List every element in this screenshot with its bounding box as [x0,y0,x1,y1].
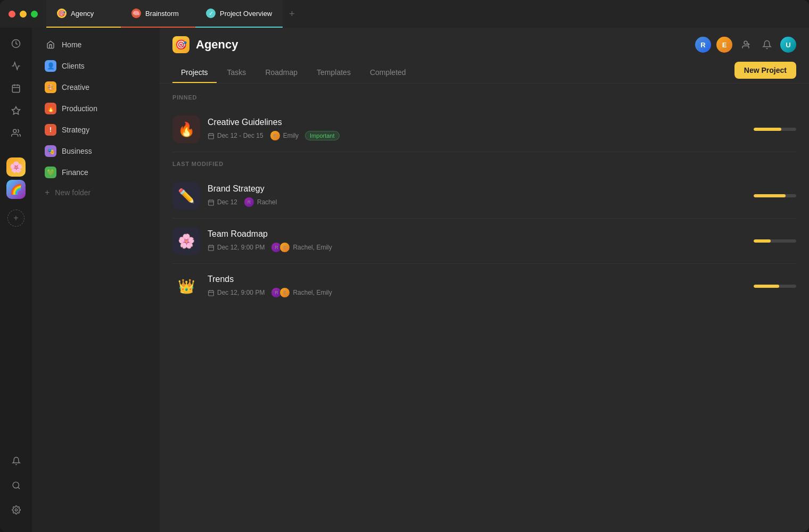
tab-completed[interactable]: Completed [361,63,415,83]
clients-icon: 👤 [45,60,56,72]
notifications-bell-icon[interactable] [759,37,775,53]
progress-fill [754,194,786,197]
assignee-names-team-roadmap: Rachel, Emily [293,244,332,251]
tracker-icon-btn[interactable] [6,56,26,76]
sidebar-item-clients[interactable]: 👤 Clients [36,56,155,76]
sidebar-item-creative[interactable]: 🎨 Creative [36,77,155,97]
assignee-avatars-team-roadmap: R E [271,242,290,253]
add-member-icon[interactable] [738,37,754,53]
assignee-avatars-creative-guidelines: E [270,130,280,141]
tab-projects[interactable]: Projects [172,63,217,83]
tab-brainstorm-icon: 🧠 [131,9,141,18]
meta-assignees-team-roadmap: R E Rachel, Emily [271,242,332,253]
content-title: Agency [196,38,238,52]
svg-line-8 [18,487,19,488]
meta-date-team-roadmap: Dec 12, 9:00 PM [208,244,265,251]
sidebar-item-finance[interactable]: 💚 Finance [36,162,155,182]
tag-important: Important [305,131,339,140]
tab-agency-icon: 🎯 [57,9,67,18]
svg-marker-5 [12,107,20,114]
sidebar-item-production[interactable]: 🔥 Production [36,98,155,119]
project-meta-trends: Dec 12, 9:00 PM R E Rachel, Emily [208,287,796,298]
search-icon-btn[interactable] [6,476,26,495]
assignee-emily-2: E [279,242,290,253]
svg-point-10 [744,41,747,44]
sidebar-item-business[interactable]: 🎭 Business [36,141,155,161]
tab-overview-icon: ✓ [206,9,216,18]
meta-assignees-brand-strategy: R Rachel [244,197,277,207]
new-folder-button[interactable]: + New folder [36,184,155,202]
svg-rect-13 [209,134,214,139]
calendar-icon-btn[interactable] [6,79,26,98]
tab-brainstorm-label: Brainstorm [145,10,179,18]
date-trends: Dec 12, 9:00 PM [217,289,265,296]
settings-icon-btn[interactable] [6,500,26,519]
favorites-icon-btn[interactable] [6,101,26,120]
meta-date-creative-guidelines: Dec 12 - Dec 15 [208,132,263,139]
activity-icon-btn[interactable] [6,34,26,53]
progress-track [754,128,796,131]
avatar-rachel[interactable]: R [695,37,711,53]
project-info-brand-strategy: Brand Strategy Dec 12 R Rachel [208,184,796,207]
add-workspace-button[interactable]: + [7,210,24,227]
content-area: 🎯 Agency R E U Projects [160,28,809,532]
sidebar-item-home[interactable]: Home [36,35,155,55]
tab-roadmap[interactable]: Roadmap [257,63,306,83]
content-header: 🎯 Agency R E U [160,28,809,62]
project-icon-trends: 👑 [172,272,200,300]
notifications-icon-btn[interactable] [6,451,26,470]
meta-assignees-creative-guidelines: E Emily [270,130,299,141]
creative-icon: 🎨 [45,81,56,93]
meta-date-brand-strategy: Dec 12 [208,198,237,206]
project-name-brand-strategy: Brand Strategy [208,184,796,194]
tab-agency[interactable]: 🎯 Agency [46,0,121,28]
avatar-user[interactable]: U [780,37,796,53]
date-brand-strategy: Dec 12 [217,198,237,206]
project-item-brand-strategy[interactable]: ✏️ Brand Strategy Dec 12 R [172,173,796,219]
add-tab-button[interactable]: + [283,0,301,28]
content-title-area: 🎯 Agency [172,36,238,53]
svg-rect-25 [209,290,214,296]
assignee-avatars-trends: R E [271,287,290,298]
progress-team-roadmap [754,239,796,243]
tab-tasks[interactable]: Tasks [219,63,255,83]
project-item-trends[interactable]: 👑 Trends Dec 12, 9:00 PM R E [172,264,796,309]
meta-date-trends: Dec 12, 9:00 PM [208,289,265,296]
date-creative-guidelines: Dec 12 - Dec 15 [217,132,263,139]
svg-point-9 [15,509,17,511]
window-controls [0,0,46,28]
tab-project-overview[interactable]: ✓ Project Overview [195,0,283,28]
members-icon-btn[interactable] [6,123,26,143]
minimize-button[interactable] [20,11,27,18]
flower-app-icon[interactable]: 🌸 [6,157,26,177]
project-meta-team-roadmap: Dec 12, 9:00 PM R E Rachel, Emily [208,242,796,253]
svg-rect-17 [209,200,214,205]
sidebar-label-home: Home [62,40,81,49]
progress-track [754,194,796,197]
new-folder-label: New folder [55,188,90,197]
new-project-button[interactable]: New Project [734,62,796,79]
project-list: PINNED 🔥 Creative Guidelines Dec 12 - De… [160,84,809,532]
icon-sidebar: 🌸 🌈 + [0,28,32,532]
progress-brand-strategy [754,194,796,197]
tab-brainstorm[interactable]: 🧠 Brainstorm [121,0,195,28]
finance-icon: 💚 [45,167,56,178]
assignee-name-emily: Emily [283,132,299,139]
project-info-trends: Trends Dec 12, 9:00 PM R E [208,275,796,298]
avatar-emily[interactable]: E [716,37,732,53]
close-button[interactable] [9,11,15,18]
sidebar-label-clients: Clients [62,62,85,70]
progress-creative-guidelines [754,128,796,131]
tab-templates[interactable]: Templates [308,63,359,83]
assignee-emily-3: E [279,287,290,298]
project-info-creative-guidelines: Creative Guidelines Dec 12 - Dec 15 E Em… [208,118,796,141]
rainbow-app-icon[interactable]: 🌈 [6,180,26,199]
sidebar-label-strategy: Strategy [62,126,89,134]
sidebar-item-strategy[interactable]: ! Strategy [36,120,155,140]
project-item-creative-guidelines[interactable]: 🔥 Creative Guidelines Dec 12 - Dec 15 E [172,107,796,152]
maximize-button[interactable] [31,11,38,18]
app-window: 🎯 Agency 🧠 Brainstorm ✓ Project Overview… [0,0,809,532]
project-name-team-roadmap: Team Roadmap [208,229,796,239]
sidebar-label-production: Production [62,104,97,113]
project-item-team-roadmap[interactable]: 🌸 Team Roadmap Dec 12, 9:00 PM R [172,219,796,264]
